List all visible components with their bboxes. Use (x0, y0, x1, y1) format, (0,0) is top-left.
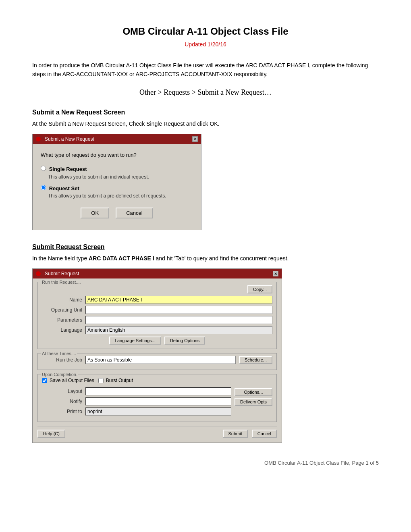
options-button[interactable]: Options... (235, 388, 272, 396)
section2-desc-prefix: In the Name field type (32, 255, 89, 262)
dialog1-icon (36, 137, 41, 141)
run-the-job-input[interactable] (85, 356, 236, 364)
section2-desc-suffix: and hit 'Tab' to query and find the conc… (154, 255, 289, 262)
section2-heading: Submit Request Screen (32, 242, 379, 252)
request-set-radio[interactable] (41, 185, 46, 190)
dialog1-close-button[interactable]: ✕ (192, 136, 198, 142)
operating-unit-input[interactable] (85, 306, 272, 314)
single-request-option: Single Request This allows you to submit… (41, 165, 193, 181)
schedule-btn-col: Schedule... (239, 356, 272, 364)
run-the-job-label: Run the Job (42, 356, 82, 364)
dialog1-body: What type of request do you want to run?… (33, 144, 201, 230)
at-these-times-group: At these Times.... Run the Job Schedule.… (37, 353, 277, 370)
dialog1-titlebar: Submit a New Request ✕ (33, 134, 201, 144)
footer-text: OMB Circular A-11 Object Class File, Pag… (32, 459, 379, 467)
submit-button[interactable]: Submit (223, 430, 248, 438)
parameters-label: Parameters (42, 316, 82, 324)
run-the-job-row: Run the Job Schedule... (42, 356, 272, 364)
section2-desc-bold: ARC DATA ACT PHASE I (89, 255, 154, 262)
delivery-opts-button[interactable]: Delivery Opts (235, 398, 272, 406)
page-subtitle: Updated 1/20/16 (32, 40, 379, 49)
notify-input[interactable] (85, 397, 231, 405)
parameters-field-row: Parameters (42, 316, 272, 324)
copy-button[interactable]: Copy... (247, 285, 272, 293)
print-to-label: Print to (42, 408, 82, 415)
burst-output-label: Burst Output (98, 377, 133, 384)
schedule-button[interactable]: Schedule... (239, 356, 272, 364)
dialog1-question: What type of request do you want to run? (41, 151, 193, 159)
language-buttons-row: Language Settings... Debug Options (42, 337, 272, 345)
print-to-input[interactable] (85, 407, 231, 416)
dialog1-title: Submit a New Request (45, 135, 94, 143)
dialog2-body: Run this Request.... Copy... Name Operat… (33, 278, 282, 443)
intro-text: In order to produce the OMB Circular A-1… (32, 61, 379, 79)
submit-new-request-dialog: Submit a New Request ✕ What type of requ… (32, 134, 201, 231)
name-input[interactable] (85, 296, 272, 304)
single-request-label: Single Request (41, 166, 87, 172)
dialog2-icon (36, 271, 41, 276)
parameters-input[interactable] (85, 316, 272, 324)
notify-field-row: Notify (42, 397, 231, 405)
language-label: Language (42, 326, 82, 334)
debug-options-button[interactable]: Debug Options (164, 337, 205, 345)
name-label: Name (42, 296, 82, 303)
run-this-request-group: Run this Request.... Copy... Name Operat… (37, 282, 277, 349)
dialog1-buttons: OK Cancel (41, 208, 193, 222)
upon-completion-fields: Layout Notify Print to Options... Delive… (42, 387, 272, 418)
single-request-radio[interactable] (41, 166, 46, 171)
upon-right-buttons: Options... Delivery Opts (235, 387, 272, 418)
run-this-request-legend: Run this Request.... (41, 279, 82, 286)
upon-left-fields: Layout Notify Print to (42, 387, 231, 418)
section1-desc: At the Submit a New Request Screen, Chec… (32, 120, 379, 128)
section1-heading: Submit a New Request Screen (32, 108, 379, 117)
save-output-checkbox[interactable] (42, 378, 47, 383)
single-request-desc: This allows you to submit an individual … (48, 173, 193, 181)
dialog1-cancel-button[interactable]: Cancel (116, 208, 153, 218)
print-to-field-row: Print to (42, 407, 231, 416)
at-these-times-legend: At these Times.... (41, 350, 77, 357)
upon-completion-group: Upon Completion. Save all Output Files B… (37, 374, 277, 422)
dialog2-title: Submit Request (45, 270, 79, 277)
save-output-label: Save all Output Files (42, 377, 94, 384)
dialog2-action-buttons: Submit Cancel (223, 430, 277, 438)
burst-output-checkbox[interactable] (98, 378, 104, 383)
help-button[interactable]: Help (C) (37, 430, 65, 438)
layout-input[interactable] (85, 387, 231, 395)
copy-btn-row: Copy... (42, 285, 272, 293)
dialog2-titlebar: Submit Request ✕ (33, 269, 282, 278)
nav-path: Other > Requests > Submit a New Request… (32, 87, 379, 98)
dialog1-title-area: Submit a New Request (36, 135, 94, 143)
operating-unit-field-row: Operating Unit (42, 306, 272, 314)
language-settings-button[interactable]: Language Settings... (109, 337, 161, 345)
operating-unit-label: Operating Unit (42, 306, 82, 314)
dialog1-ok-button[interactable]: OK (81, 208, 109, 218)
language-input[interactable] (85, 326, 272, 334)
upon-completion-checkboxes-row: Save all Output Files Burst Output (42, 377, 272, 384)
dialog2-title-area: Submit Request (36, 270, 79, 277)
language-field-row: Language (42, 326, 272, 334)
name-field-row: Name (42, 296, 272, 304)
layout-field-row: Layout (42, 387, 231, 395)
request-set-option: Request Set This allows you to submit a … (41, 185, 193, 200)
dialog2-cancel-button[interactable]: Cancel (252, 430, 277, 438)
request-set-desc: This allows you to submit a pre-defined … (48, 192, 193, 200)
notify-label: Notify (42, 398, 82, 405)
submit-request-dialog: Submit Request ✕ Run this Request.... Co… (32, 268, 282, 443)
page-title: OMB Circular A-11 Object Class File (32, 24, 379, 39)
layout-label: Layout (42, 388, 82, 395)
upon-completion-legend: Upon Completion. (41, 371, 78, 378)
section2-desc: In the Name field type ARC DATA ACT PHAS… (32, 254, 379, 263)
dialog2-bottom-bar: Help (C) Submit Cancel (37, 426, 277, 438)
dialog2-close-button[interactable]: ✕ (273, 271, 278, 276)
request-set-label: Request Set (41, 185, 79, 191)
